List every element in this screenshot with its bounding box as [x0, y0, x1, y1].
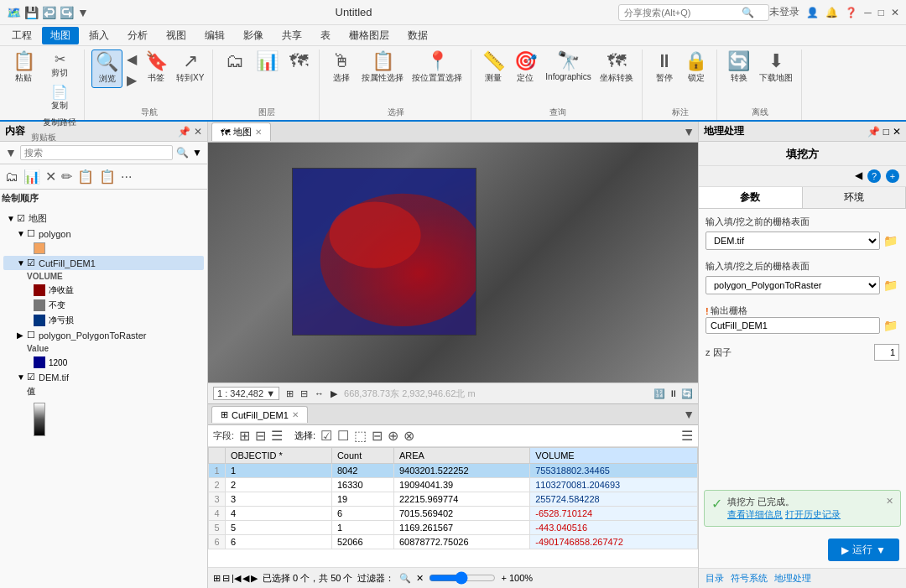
map-tools-icon3[interactable]: ↔ — [315, 388, 324, 398]
field-icon2[interactable]: ⊟ — [255, 428, 266, 444]
bookmark-button[interactable]: 🔖 书签 — [141, 49, 171, 86]
remove-layer-icon[interactable]: ✕ — [44, 167, 58, 186]
polygon-checkbox[interactable]: ☐ — [27, 228, 39, 239]
paste-button[interactable]: 📋 粘贴 — [8, 49, 39, 86]
table-filter-icon2[interactable]: ✕ — [416, 573, 424, 584]
run-button[interactable]: ▶ 运行 ▼ — [828, 539, 899, 561]
tree-item-polygon[interactable]: ▼ ☐ polygon — [3, 226, 204, 241]
add-data-icon[interactable]: 🗂 — [3, 168, 20, 186]
tree-item-map[interactable]: ▼ ☑ 地图 — [3, 211, 204, 226]
pin-icon[interactable]: 📌 — [178, 126, 190, 138]
menu-item-影像[interactable]: 影像 — [235, 27, 272, 44]
menu-item-分析[interactable]: 分析 — [119, 27, 156, 44]
sel-icon4[interactable]: ⊟ — [372, 428, 383, 444]
cut-button[interactable]: ✂ 剪切 — [40, 49, 79, 81]
table-tab-arrow[interactable]: ▼ — [683, 408, 695, 421]
scale-selector[interactable]: 1 : 342,482 ▼ — [213, 387, 279, 400]
restore-button[interactable]: □ — [878, 7, 884, 18]
rbt-catalog[interactable]: 目录 — [706, 572, 724, 585]
table-row[interactable]: 5 5 1 1169.261567 -443.040516 — [209, 521, 698, 535]
select-by-location-button[interactable]: 📍 按位置置选择 — [409, 49, 466, 86]
col-volume[interactable]: VOLUME — [530, 448, 698, 464]
success-link-detail[interactable]: 查看详细信息 — [727, 509, 783, 519]
menu-item-插入[interactable]: 插入 — [81, 27, 117, 44]
run-dropdown-icon[interactable]: ▼ — [876, 544, 886, 556]
redo-icon[interactable]: ↪️ — [60, 6, 74, 19]
layer-btn1[interactable]: 🗂 — [220, 49, 250, 73]
cutfill-expand-icon[interactable]: ▼ — [17, 258, 27, 268]
poly-raster-expand-icon[interactable]: ▶ — [17, 330, 27, 340]
undo-icon[interactable]: ↩️ — [42, 6, 56, 19]
minimize-button[interactable]: ─ — [864, 7, 872, 18]
notification-icon[interactable]: 🔔 — [825, 7, 838, 18]
table-icon-type2[interactable]: ⊟ — [222, 573, 230, 584]
gp-back-icon[interactable]: ◀ — [855, 169, 862, 183]
gp-tab-params[interactable]: 参数 — [699, 187, 803, 208]
table-icon-type1[interactable]: ⊞ — [213, 573, 221, 584]
menu-item-数据[interactable]: 数据 — [399, 27, 436, 44]
global-search-input[interactable] — [624, 8, 742, 18]
map-expand-icon[interactable]: ▼ — [7, 214, 17, 223]
next-nav-button[interactable]: ▶ — [124, 70, 139, 90]
content-panel-close-icon[interactable]: ✕ — [194, 126, 202, 138]
poly-raster-checkbox[interactable]: ☐ — [27, 330, 39, 341]
col-area[interactable]: AREA — [393, 448, 529, 464]
more-icon[interactable]: ··· — [119, 168, 133, 186]
map-tools-icon1[interactable]: ⊞ — [286, 388, 294, 399]
measure-button[interactable]: 📏 测量 — [478, 49, 508, 86]
gp-select-input-after[interactable]: polygon_PolygonToRaster — [706, 276, 880, 294]
table-tab[interactable]: ⊞ CutFill_DEM1 ✕ — [211, 406, 308, 423]
menu-item-工程[interactable]: 工程 — [3, 27, 40, 44]
table-nav-first[interactable]: |◀ — [232, 573, 241, 584]
layer-btn2[interactable]: 📊 — [252, 49, 282, 73]
layer-btn3[interactable]: 🗺 — [284, 49, 314, 73]
coordinate-convert-button[interactable]: 🗺 坐标转换 — [596, 49, 637, 86]
map-view[interactable] — [208, 143, 698, 382]
table-row[interactable]: 6 6 52066 60878772.75026 -4901746858.267… — [209, 535, 698, 549]
menu-item-编辑[interactable]: 编辑 — [196, 27, 233, 44]
table-row[interactable]: 4 4 6 7015.569402 -6528.710124 — [209, 507, 698, 521]
browse-button[interactable]: 🔍 浏览 — [91, 49, 122, 88]
zoom-slider[interactable] — [429, 571, 496, 585]
gp-select-input-before[interactable]: DEM.tif — [706, 232, 880, 250]
gp-z-input[interactable] — [874, 344, 899, 361]
map-tab[interactable]: 🗺 地图 ✕ — [211, 122, 271, 141]
gp-browse-output-icon[interactable]: 📁 — [882, 317, 899, 334]
gp-tab-env[interactable]: 环境 — [803, 187, 907, 208]
menu-item-栅格图层[interactable]: 栅格图层 — [341, 27, 398, 44]
right-panel-close-icon[interactable]: ✕ — [893, 126, 901, 138]
table-tab-close-icon[interactable]: ✕ — [292, 410, 299, 419]
success-link-history[interactable]: 打开历史记录 — [785, 509, 841, 519]
gp-browse-after-icon[interactable]: 📁 — [882, 277, 899, 294]
add-layer-icon[interactable]: 📊 — [22, 167, 42, 186]
map-tab-arrow[interactable]: ▼ — [683, 125, 695, 138]
login-text[interactable]: 未登录 — [769, 5, 799, 19]
field-icon3[interactable]: ☰ — [271, 428, 283, 444]
table-nav-prev[interactable]: ◀ — [242, 573, 249, 584]
table-menu-icon[interactable]: ☰ — [681, 428, 693, 444]
map-checkbox[interactable]: ☑ — [17, 213, 29, 224]
count-icon[interactable]: 🔢 — [653, 388, 665, 399]
scale-dropdown-icon[interactable]: ▼ — [266, 388, 275, 398]
convert-button[interactable]: 🔄 转换 — [724, 49, 754, 86]
content-search-menu-icon[interactable]: ▼ — [192, 147, 202, 159]
gp-input-output[interactable] — [706, 317, 880, 334]
menu-item-表[interactable]: 表 — [312, 27, 339, 44]
table-icon[interactable]: 📋 — [97, 167, 117, 186]
user-icon[interactable]: 👤 — [806, 7, 819, 18]
table-row[interactable]: 3 3 19 22215.969774 255724.584228 — [209, 492, 698, 507]
field-icon1[interactable]: ⊞ — [239, 428, 250, 444]
rbt-symbology[interactable]: 符号系统 — [731, 572, 768, 585]
cutfill-checkbox[interactable]: ☑ — [27, 258, 39, 268]
map-tab-close-icon[interactable]: ✕ — [255, 127, 262, 137]
table-nav-next[interactable]: ▶ — [251, 573, 258, 584]
tree-item-dem[interactable]: ▼ ☑ DEM.tif — [3, 370, 204, 384]
layer-properties-icon[interactable]: ✏ — [60, 167, 74, 186]
prev-nav-button[interactable]: ◀ — [124, 49, 139, 69]
right-panel-pin-icon[interactable]: 📌 — [867, 126, 880, 138]
close-button[interactable]: ✕ — [891, 7, 899, 18]
col-objectid[interactable]: OBJECTID * — [226, 448, 332, 464]
tree-item-polygon-raster[interactable]: ▶ ☐ polygon_PolygonToRaster — [3, 328, 204, 342]
locate-button[interactable]: 🎯 定位 — [510, 49, 540, 86]
gp-browse-before-icon[interactable]: 📁 — [882, 232, 899, 249]
